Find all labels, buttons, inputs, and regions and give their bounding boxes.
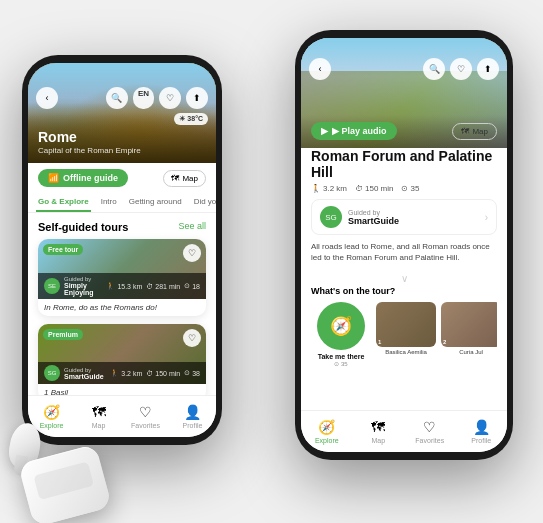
nav-explore-left[interactable]: 🧭 Explore: [28, 404, 75, 429]
tour-1-info: SE Guided by Simply Enjoying 🚶 15.3 km: [38, 273, 206, 299]
nav-map-left[interactable]: 🗺 Map: [75, 404, 122, 429]
take-me-there-item[interactable]: ♡ 🧭 Take me there ⊙ 35: [311, 302, 371, 367]
earbuds: [15, 438, 115, 518]
place-1-card: 1: [376, 302, 436, 347]
nav-favorites-right[interactable]: ♡ Favorites: [404, 419, 456, 444]
city-title: Rome: [38, 129, 77, 145]
guide-text-block: Guided by SmartGuide: [348, 209, 399, 226]
walk-icon-1: 🚶: [106, 282, 115, 290]
walk-icon-2: 🚶: [110, 369, 119, 377]
tour-1-distance: 🚶 15.3 km: [106, 282, 142, 290]
place-1-image: 1: [376, 302, 436, 347]
walk-icon-right: 🚶: [311, 184, 321, 193]
tour-2-heart[interactable]: ♡: [183, 329, 201, 347]
scroll-indicator: ∨: [301, 271, 507, 286]
hero-actions-left: 🔍 EN ♡ ⬆: [106, 87, 208, 109]
offline-guide-button[interactable]: 📶 Offline guide: [38, 169, 128, 187]
guide-1-info: Guided by Simply Enjoying: [64, 276, 102, 296]
stops-icon-1: ⊙: [184, 282, 190, 290]
nav-profile-right[interactable]: 👤 Profile: [456, 419, 508, 444]
heart-button-right[interactable]: ♡: [450, 58, 472, 80]
explore-icon-right: 🧭: [318, 419, 335, 435]
place-2-item[interactable]: 2 Curia Jul: [441, 302, 497, 367]
tab-getting-around[interactable]: Getting around: [127, 193, 184, 212]
nav-favorites-left[interactable]: ♡ Favorites: [122, 404, 169, 429]
left-screen: ‹ 🔍 EN ♡ ⬆ ☀ 38°C Rome Capital of the Ro…: [28, 63, 216, 437]
bottom-nav-left: 🧭 Explore 🗺 Map ♡ Favorites 👤 Profile: [28, 395, 216, 437]
profile-icon-left: 👤: [184, 404, 201, 420]
search-icon-right: 🔍: [429, 64, 440, 74]
city-subtitle: Capital of the Roman Empire: [38, 146, 141, 155]
guide-1-avatar: SE: [44, 278, 60, 294]
search-button-left[interactable]: 🔍: [106, 87, 128, 109]
map-button-right[interactable]: 🗺 Map: [452, 120, 497, 140]
stops-icon-2: ⊙: [184, 369, 190, 377]
back-button-right[interactable]: ‹: [309, 58, 331, 80]
tab-go-explore[interactable]: Go & Explore: [36, 193, 91, 212]
guided-by-row[interactable]: SG Guided by SmartGuide ›: [311, 199, 497, 235]
favorites-icon-left: ♡: [139, 404, 152, 420]
map-icon-nav-right: 🗺: [371, 419, 385, 435]
hero-actions-right: 🔍 ♡ ⬆: [423, 58, 499, 80]
nav-map-right[interactable]: 🗺 Map: [353, 419, 405, 444]
tour-2-info: SG Guided by SmartGuide 🚶 3.2 km ⏱: [38, 362, 206, 384]
favorites-icon-right: ♡: [423, 419, 436, 435]
back-icon-left: ‹: [46, 93, 49, 103]
right-hero: ‹ 🔍 ♡ ⬆ ▶ ▶ Play audio: [301, 38, 507, 148]
language-badge[interactable]: EN: [133, 87, 154, 109]
tab-intro[interactable]: Intro: [99, 193, 119, 212]
share-button-left[interactable]: ⬆: [186, 87, 208, 109]
map-button-left[interactable]: 🗺 Map: [163, 170, 206, 187]
tour-2-stops: ⊙ 38: [184, 369, 200, 377]
profile-label-right: Profile: [471, 437, 491, 444]
heart-icon-right: ♡: [457, 64, 465, 74]
wifi-icon: 📶: [48, 173, 59, 183]
tour-meta-right: 🚶 3.2 km ⏱ 150 min ⊙ 35: [311, 184, 497, 193]
bottom-nav-right: 🧭 Explore 🗺 Map ♡ Favorites 👤 Profile: [301, 410, 507, 452]
premium-badge: Premium: [43, 329, 83, 340]
heart-icon-left: ♡: [166, 93, 174, 103]
tour-1-stops: ⊙ 18: [184, 282, 200, 290]
search-button-right[interactable]: 🔍: [423, 58, 445, 80]
see-all-button[interactable]: See all: [178, 221, 206, 231]
clock-icon-1: ⏱: [146, 283, 153, 290]
guided-by-label: Guided by: [348, 209, 399, 216]
map-label-right: Map: [371, 437, 385, 444]
tour-card-1[interactable]: Free tour ♡ SE Guided by Simply Enjoying…: [38, 239, 206, 316]
back-button-left[interactable]: ‹: [36, 87, 58, 109]
share-button-right[interactable]: ⬆: [477, 58, 499, 80]
play-icon: ▶: [321, 126, 328, 136]
tour-title-right: Roman Forum and Palatine Hill: [311, 148, 497, 180]
place-1-item[interactable]: 1 Basilica Aemilia: [376, 302, 436, 367]
left-phone: ‹ 🔍 EN ♡ ⬆ ☀ 38°C Rome Capital of the Ro…: [22, 55, 222, 445]
tour-1-heart[interactable]: ♡: [183, 244, 201, 262]
smartguide-avatar: SG: [320, 206, 342, 228]
map-icon-right: 🗺: [461, 127, 469, 136]
play-audio-button[interactable]: ▶ ▶ Play audio: [311, 120, 397, 140]
tour-card-2[interactable]: Premium ♡ SG Guided by SmartGuide 🚶 3.2 …: [38, 324, 206, 401]
clock-icon-2: ⏱: [146, 370, 153, 377]
place-2-name: Curia Jul: [441, 349, 497, 355]
profile-icon-right: 👤: [473, 419, 490, 435]
share-icon-right: ⬆: [484, 64, 492, 74]
map-label-left: Map: [92, 422, 106, 429]
place-1-number: 1: [378, 339, 381, 345]
favorites-label-right: Favorites: [415, 437, 444, 444]
share-icon-left: ⬆: [193, 93, 201, 103]
nav-explore-right[interactable]: 🧭 Explore: [301, 419, 353, 444]
meta-stops: ⊙ 35: [401, 184, 419, 193]
heart-button-left[interactable]: ♡: [159, 87, 181, 109]
guide-inner: SG Guided by SmartGuide: [320, 206, 399, 228]
stops-icon-right: ⊙: [401, 184, 408, 193]
whats-on-title: What's on the tour?: [311, 286, 497, 296]
action-buttons-row: 📶 Offline guide 🗺 Map: [28, 163, 216, 193]
nav-profile-left[interactable]: 👤 Profile: [169, 404, 216, 429]
place-2-image: 2: [441, 302, 497, 347]
map-icon-nav-left: 🗺: [92, 404, 106, 420]
back-icon-right: ‹: [319, 64, 322, 74]
tab-did-you-know[interactable]: Did you know: [192, 193, 216, 212]
navigation-icon: 🧭: [330, 315, 352, 337]
profile-label-left: Profile: [183, 422, 203, 429]
chevron-right-icon: ›: [485, 212, 488, 223]
section-header: See all Self-guided tours: [38, 221, 206, 233]
